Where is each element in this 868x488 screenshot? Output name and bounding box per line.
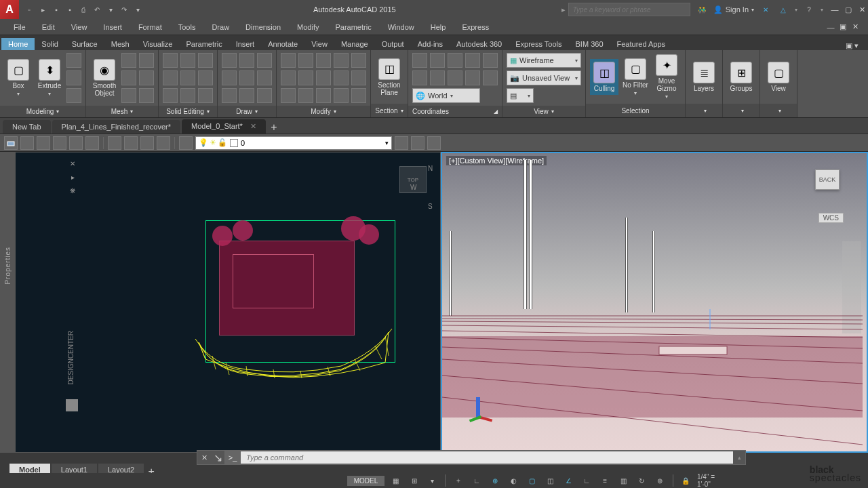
maximize-icon[interactable]: ▢: [842, 4, 854, 15]
ucs-6-icon[interactable]: [412, 70, 427, 85]
groups-button[interactable]: ⊞Groups: [727, 60, 755, 94]
subtract-icon[interactable]: [180, 53, 195, 68]
annomon-icon[interactable]: ⊕: [653, 474, 667, 487]
signin-button[interactable]: 👤Sign In ▾: [713, 5, 754, 14]
ribbon-tab-bim360[interactable]: BIM 360: [569, 38, 610, 50]
ribbon-tab-addins[interactable]: Add-ins: [411, 38, 450, 50]
menu-file[interactable]: File: [7, 20, 33, 34]
undo-icon[interactable]: ↶: [91, 3, 103, 16]
join-icon[interactable]: [334, 88, 349, 103]
layeriso-3-icon[interactable]: [37, 136, 50, 150]
mesh-less-icon[interactable]: [139, 53, 154, 68]
nofilter-button[interactable]: ▢No Filter▾: [621, 57, 650, 98]
menu-format[interactable]: Format: [132, 20, 169, 34]
layers-button[interactable]: ≣Layers: [690, 60, 718, 94]
layerlock2-icon[interactable]: [157, 136, 170, 150]
mesh-uncrease-icon[interactable]: [121, 88, 136, 103]
align-icon[interactable]: [316, 88, 331, 103]
ducs-icon[interactable]: ∟: [580, 474, 594, 487]
taper-icon[interactable]: [180, 70, 195, 85]
open-icon[interactable]: ▸: [37, 3, 49, 16]
shell-icon[interactable]: [163, 88, 178, 103]
ribbon-tab-annotate[interactable]: Annotate: [261, 38, 304, 50]
viewcube-left-wrap[interactable]: NESW TOP: [399, 166, 427, 193]
file-tab-plan[interactable]: Plan_4_Lines_Finished_recover*: [52, 120, 180, 134]
loft-icon[interactable]: [66, 70, 81, 85]
cycling-icon[interactable]: ↻: [635, 474, 649, 487]
erase-icon[interactable]: [334, 53, 349, 68]
snap-icon[interactable]: ⊞: [407, 474, 421, 487]
grid-icon[interactable]: ▦: [389, 474, 403, 487]
save-icon[interactable]: ▪: [50, 3, 62, 16]
layer-state-icon[interactable]: [427, 136, 441, 150]
layeriso-1-icon[interactable]: [4, 136, 18, 150]
layeriso-6-icon[interactable]: [85, 136, 99, 150]
mesh-refine-icon[interactable]: [121, 70, 136, 85]
copy-icon[interactable]: [351, 53, 366, 68]
properties-palette-bar[interactable]: Properties: [0, 152, 15, 453]
dynamic-input-icon[interactable]: +: [451, 474, 465, 487]
annoscale-icon[interactable]: 🔒: [679, 474, 693, 487]
cmd-close-icon[interactable]: ✕: [197, 453, 211, 462]
file-tab-add-icon[interactable]: +: [267, 121, 281, 134]
menu-dimension[interactable]: Dimension: [239, 20, 288, 34]
union-icon[interactable]: [163, 53, 178, 68]
mesh-split-icon[interactable]: [139, 88, 154, 103]
ribbon-tab-featured[interactable]: Featured Apps: [610, 38, 673, 50]
redo-icon[interactable]: ↷: [118, 3, 130, 16]
imprint-icon[interactable]: [198, 88, 213, 103]
ucs-4-icon[interactable]: [465, 53, 480, 68]
layer-manager-icon[interactable]: [179, 136, 193, 150]
command-input[interactable]: [241, 451, 733, 464]
move-icon[interactable]: [281, 53, 296, 68]
lweight-icon[interactable]: ≡: [598, 474, 612, 487]
designcenter-label[interactable]: DESIGNCENTER: [67, 331, 75, 384]
saveas-icon[interactable]: ▪: [64, 3, 76, 16]
doc-close-icon[interactable]: ✕: [849, 22, 861, 33]
iso-icon[interactable]: ◐: [507, 474, 521, 487]
menu-help[interactable]: Help: [424, 20, 453, 34]
scale-label[interactable]: 1/4" = 1'-0": [697, 473, 729, 488]
ribbon-tab-visualize[interactable]: Visualize: [136, 38, 180, 50]
gizmo-button[interactable]: ✦Move Gizmo▾: [652, 53, 681, 101]
menu-insert[interactable]: Insert: [96, 20, 129, 34]
layerprev-icon[interactable]: [124, 136, 138, 150]
named-view-dropdown[interactable]: 📷Unsaved View▾: [507, 70, 581, 85]
layerlock1-icon[interactable]: [140, 136, 154, 150]
doc-restore-icon[interactable]: ▣: [837, 22, 849, 33]
nav-zoom-icon[interactable]: [844, 279, 860, 296]
viewcube-right-wrap[interactable]: BACK: [815, 169, 840, 190]
revolve-icon[interactable]: [66, 53, 81, 68]
panel-title-view[interactable]: View▾: [502, 106, 585, 117]
palette-pin-icon[interactable]: ▸: [67, 171, 78, 182]
cmd-history-icon[interactable]: ▴: [733, 454, 745, 461]
polygon-icon[interactable]: [222, 88, 237, 103]
menu-tools[interactable]: Tools: [172, 20, 203, 34]
layeriso-4-icon[interactable]: [53, 136, 66, 150]
palette-close-icon[interactable]: ✕: [67, 158, 78, 169]
panel-title-section[interactable]: Section▾: [371, 104, 408, 117]
ribbon-tab-surface[interactable]: Surface: [65, 38, 104, 50]
ucs-9-icon[interactable]: [465, 70, 480, 85]
exchange-icon[interactable]: ✕: [760, 3, 772, 16]
minimize-icon[interactable]: —: [829, 4, 841, 15]
trim-icon[interactable]: [316, 53, 331, 68]
ucs-5-icon[interactable]: [483, 53, 498, 68]
close-icon[interactable]: ✕: [856, 4, 868, 15]
ribbon-tab-mesh[interactable]: Mesh: [104, 38, 136, 50]
panel-title-view2[interactable]: ▾: [760, 104, 797, 117]
rect-icon[interactable]: [239, 70, 254, 85]
ribbon-tab-manage[interactable]: Manage: [334, 38, 375, 50]
ribbon-tab-home[interactable]: Home: [1, 38, 35, 50]
ribbon-collapse-icon[interactable]: ▣ ▾: [837, 41, 867, 50]
ucs-1-icon[interactable]: [412, 53, 427, 68]
explode-icon[interactable]: [316, 70, 331, 85]
palette-menu-icon[interactable]: ❋: [67, 185, 78, 196]
layer-match2-icon[interactable]: [411, 136, 425, 150]
culling-button[interactable]: ◫Culling: [590, 59, 618, 95]
a360-icon[interactable]: △: [777, 3, 789, 16]
transparency-icon[interactable]: ▥: [616, 474, 631, 487]
helix-icon[interactable]: [257, 88, 272, 103]
ribbon-tab-view[interactable]: View: [304, 38, 334, 50]
osnap-icon[interactable]: ▢: [525, 474, 539, 487]
